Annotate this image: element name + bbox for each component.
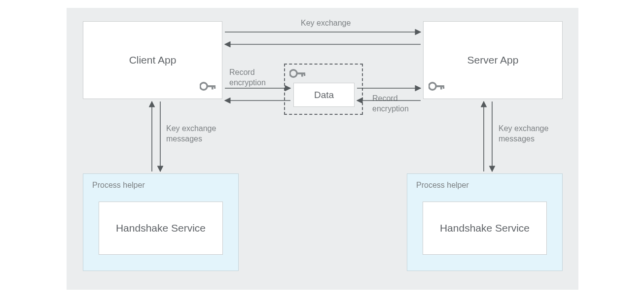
key-icon [200, 82, 216, 91]
svg-rect-2 [212, 87, 214, 90]
diagram-panel: Client App Server App Data Process helpe… [67, 8, 578, 290]
svg-rect-11 [443, 87, 444, 89]
svg-rect-10 [440, 87, 442, 90]
svg-point-8 [429, 83, 436, 90]
key-icon [289, 69, 306, 78]
svg-rect-3 [214, 87, 215, 89]
svg-point-4 [290, 70, 297, 77]
svg-rect-6 [301, 74, 303, 77]
key-icon [429, 82, 445, 91]
svg-point-0 [200, 83, 207, 90]
svg-rect-7 [304, 74, 305, 76]
diagram-root: Client App Server App Data Process helpe… [0, 0, 644, 306]
arrows-overlay [67, 8, 578, 290]
